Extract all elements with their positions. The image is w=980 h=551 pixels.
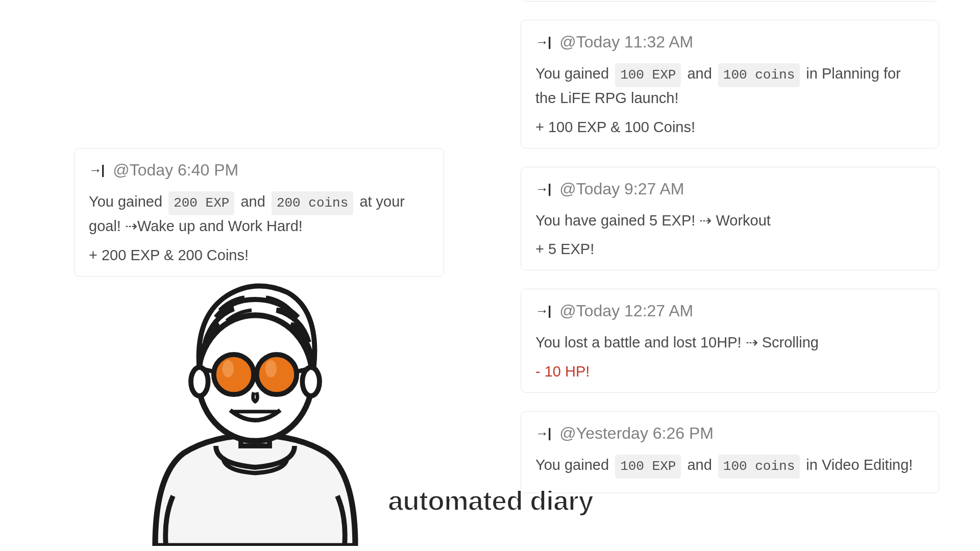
entry-timestamp: @Today 11:32 AM [559,33,693,52]
avatar-illustration [112,260,398,546]
svg-point-5 [257,355,297,394]
svg-point-4 [214,355,254,394]
entry-body: You gained 100 EXP and 100 coins in Plan… [535,63,924,110]
entry-timestamp: @Today 9:27 AM [559,180,684,198]
entry-text: You gained [535,65,613,82]
svg-line-8 [297,369,309,372]
entry-header: →|@Today 11:32 AM [535,33,924,52]
entry-text: You gained [89,193,166,210]
entry-timestamp: @Today 6:40 PM [113,161,238,180]
entry-result: - 10 HP! [535,363,924,380]
caption-text: automated diary [388,485,593,516]
exp-badge: 100 EXP [615,455,681,479]
svg-point-9 [223,360,234,378]
entry-body: You gained 100 EXP and 100 coins in Vide… [535,454,924,479]
entry-text: and [683,457,716,473]
diary-entry-card: →| @Today 6:40 PM You gained 200 EXP and… [74,148,444,277]
entry-header: →|@Today 9:27 AM [535,180,924,198]
diary-entry-card: + 100 EXP & 100 Coins! [521,0,939,2]
entry-result: + 100 EXP & 100 Coins! [535,119,924,136]
entry-text: You gained [535,457,613,473]
diary-entry-card: →|@Today 11:32 AMYou gained 100 EXP and … [521,20,939,148]
entry-text: and [683,65,716,82]
entry-arrow-icon: →| [535,34,550,50]
diary-entry-card: →|@Today 12:27 AMYou lost a battle and l… [521,289,939,393]
entry-result: + 5 EXP! [535,241,924,258]
exp-badge: 100 EXP [615,63,681,87]
coins-badge: 200 coins [272,191,353,215]
entry-text: in Video Editing! [802,457,913,473]
exp-badge: 200 EXP [168,191,234,215]
entry-timestamp: @Yesterday 6:26 PM [559,424,714,443]
entry-arrow-icon: →| [535,303,550,319]
entry-body: You lost a battle and lost 10HP! ⇢ Scrol… [535,332,924,354]
entry-body: You have gained 5 EXP! ⇢ Workout [535,210,924,232]
entry-header: →|@Yesterday 6:26 PM [535,424,924,443]
svg-point-10 [265,360,277,378]
entry-timestamp: @Today 12:27 AM [559,302,693,320]
svg-line-7 [202,369,214,372]
coins-badge: 100 coins [718,455,800,479]
diary-entry-card: →|@Yesterday 6:26 PMYou gained 100 EXP a… [521,411,939,493]
entry-header: →| @Today 6:40 PM [89,161,429,180]
entry-body: You gained 200 EXP and 200 coins at your… [89,191,429,238]
entry-arrow-icon: →| [535,181,550,197]
diary-feed[interactable]: + 100 EXP & 100 Coins!→|@Today 11:32 AMY… [521,0,939,493]
entry-arrow-icon: →| [89,162,104,178]
entry-text: and [240,193,269,210]
entry-arrow-icon: →| [535,425,550,441]
entry-header: →|@Today 12:27 AM [535,302,924,320]
diary-entry-card: →|@Today 9:27 AMYou have gained 5 EXP! ⇢… [521,167,939,271]
coins-badge: 100 coins [718,63,800,87]
